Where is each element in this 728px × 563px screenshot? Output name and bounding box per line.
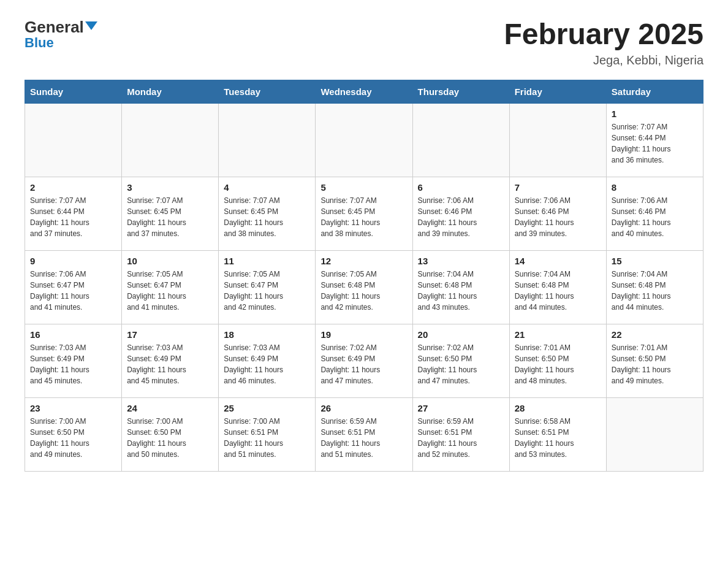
location-subtitle: Jega, Kebbi, Nigeria: [504, 53, 703, 67]
calendar-day-cell: 3Sunrise: 7:07 AMSunset: 6:45 PMDaylight…: [122, 177, 219, 250]
calendar-day-cell: 2Sunrise: 7:07 AMSunset: 6:44 PMDaylight…: [25, 177, 122, 250]
day-number: 20: [418, 329, 504, 340]
day-number: 4: [224, 182, 310, 193]
calendar-day-cell: 24Sunrise: 7:00 AMSunset: 6:50 PMDayligh…: [122, 397, 219, 471]
calendar-day-cell: 25Sunrise: 7:00 AMSunset: 6:51 PMDayligh…: [219, 397, 316, 471]
page-header: General Blue February 2025 Jega, Kebbi, …: [25, 18, 703, 67]
day-info: Sunrise: 7:06 AMSunset: 6:46 PMDaylight:…: [612, 195, 698, 239]
calendar-day-cell: [606, 397, 703, 471]
calendar-day-cell: 6Sunrise: 7:06 AMSunset: 6:46 PMDaylight…: [412, 177, 509, 250]
calendar-week-row: 9Sunrise: 7:06 AMSunset: 6:47 PMDaylight…: [25, 250, 703, 324]
calendar-day-cell: [122, 103, 219, 177]
weekday-header-tuesday: Tuesday: [219, 80, 316, 103]
day-number: 13: [418, 256, 504, 266]
day-number: 22: [612, 329, 698, 340]
day-number: 10: [127, 256, 213, 266]
day-number: 14: [515, 256, 601, 266]
day-info: Sunrise: 7:06 AMSunset: 6:47 PMDaylight:…: [30, 269, 116, 313]
day-info: Sunrise: 7:07 AMSunset: 6:45 PMDaylight:…: [127, 195, 213, 239]
day-info: Sunrise: 7:00 AMSunset: 6:51 PMDaylight:…: [224, 416, 310, 460]
weekday-header-thursday: Thursday: [412, 80, 509, 103]
logo-top: General: [25, 18, 97, 36]
day-info: Sunrise: 7:06 AMSunset: 6:46 PMDaylight:…: [418, 195, 504, 239]
weekday-header-sunday: Sunday: [25, 80, 122, 103]
day-info: Sunrise: 7:04 AMSunset: 6:48 PMDaylight:…: [418, 269, 504, 313]
calendar-day-cell: [509, 103, 606, 177]
day-info: Sunrise: 7:07 AMSunset: 6:45 PMDaylight:…: [224, 195, 310, 239]
calendar-day-cell: 5Sunrise: 7:07 AMSunset: 6:45 PMDaylight…: [316, 177, 412, 250]
weekday-header-saturday: Saturday: [606, 80, 703, 103]
day-number: 7: [515, 182, 601, 193]
day-number: 9: [30, 256, 116, 266]
logo: General Blue: [25, 18, 97, 51]
calendar-day-cell: 11Sunrise: 7:05 AMSunset: 6:47 PMDayligh…: [219, 250, 316, 324]
day-info: Sunrise: 7:05 AMSunset: 6:47 PMDaylight:…: [127, 269, 213, 313]
calendar-day-cell: 14Sunrise: 7:04 AMSunset: 6:48 PMDayligh…: [509, 250, 606, 324]
day-info: Sunrise: 7:03 AMSunset: 6:49 PMDaylight:…: [127, 342, 213, 386]
calendar-day-cell: 20Sunrise: 7:02 AMSunset: 6:50 PMDayligh…: [412, 324, 509, 397]
day-number: 3: [127, 182, 213, 193]
day-number: 24: [127, 403, 213, 413]
calendar-day-cell: 18Sunrise: 7:03 AMSunset: 6:49 PMDayligh…: [219, 324, 316, 397]
day-info: Sunrise: 7:04 AMSunset: 6:48 PMDaylight:…: [515, 269, 601, 313]
day-number: 2: [30, 182, 116, 193]
calendar-day-cell: 10Sunrise: 7:05 AMSunset: 6:47 PMDayligh…: [122, 250, 219, 324]
day-number: 16: [30, 329, 116, 340]
calendar-day-cell: [25, 103, 122, 177]
calendar-day-cell: 26Sunrise: 6:59 AMSunset: 6:51 PMDayligh…: [316, 397, 412, 471]
day-number: 17: [127, 329, 213, 340]
calendar-day-cell: 1Sunrise: 7:07 AMSunset: 6:44 PMDaylight…: [606, 103, 703, 177]
day-info: Sunrise: 7:00 AMSunset: 6:50 PMDaylight:…: [127, 416, 213, 460]
day-number: 25: [224, 403, 310, 413]
day-number: 23: [30, 403, 116, 413]
calendar-day-cell: 8Sunrise: 7:06 AMSunset: 6:46 PMDaylight…: [606, 177, 703, 250]
calendar-week-row: 1Sunrise: 7:07 AMSunset: 6:44 PMDaylight…: [25, 103, 703, 177]
calendar-day-cell: 19Sunrise: 7:02 AMSunset: 6:49 PMDayligh…: [316, 324, 412, 397]
calendar-week-row: 23Sunrise: 7:00 AMSunset: 6:50 PMDayligh…: [25, 397, 703, 471]
calendar-week-row: 16Sunrise: 7:03 AMSunset: 6:49 PMDayligh…: [25, 324, 703, 397]
day-number: 12: [320, 256, 407, 266]
day-number: 1: [612, 109, 698, 119]
day-info: Sunrise: 6:58 AMSunset: 6:51 PMDaylight:…: [515, 416, 601, 460]
calendar-day-cell: 16Sunrise: 7:03 AMSunset: 6:49 PMDayligh…: [25, 324, 122, 397]
day-info: Sunrise: 7:01 AMSunset: 6:50 PMDaylight:…: [612, 342, 698, 386]
calendar-day-cell: 12Sunrise: 7:05 AMSunset: 6:48 PMDayligh…: [316, 250, 412, 324]
calendar-day-cell: 28Sunrise: 6:58 AMSunset: 6:51 PMDayligh…: [509, 397, 606, 471]
calendar-week-row: 2Sunrise: 7:07 AMSunset: 6:44 PMDaylight…: [25, 177, 703, 250]
calendar-day-cell: 21Sunrise: 7:01 AMSunset: 6:50 PMDayligh…: [509, 324, 606, 397]
calendar-day-cell: [219, 103, 316, 177]
day-info: Sunrise: 7:02 AMSunset: 6:50 PMDaylight:…: [418, 342, 504, 386]
calendar-day-cell: 9Sunrise: 7:06 AMSunset: 6:47 PMDaylight…: [25, 250, 122, 324]
weekday-header-wednesday: Wednesday: [316, 80, 412, 103]
day-number: 28: [515, 403, 601, 413]
day-number: 18: [224, 329, 310, 340]
day-number: 6: [418, 182, 504, 193]
calendar-day-cell: [412, 103, 509, 177]
calendar-table: SundayMondayTuesdayWednesdayThursdayFrid…: [25, 80, 703, 472]
calendar-body: 1Sunrise: 7:07 AMSunset: 6:44 PMDaylight…: [25, 103, 703, 471]
day-info: Sunrise: 6:59 AMSunset: 6:51 PMDaylight:…: [418, 416, 504, 460]
calendar-day-cell: 17Sunrise: 7:03 AMSunset: 6:49 PMDayligh…: [122, 324, 219, 397]
day-number: 27: [418, 403, 504, 413]
calendar-day-cell: [316, 103, 412, 177]
day-number: 5: [320, 182, 407, 193]
weekday-header-friday: Friday: [509, 80, 606, 103]
calendar-header: SundayMondayTuesdayWednesdayThursdayFrid…: [25, 80, 703, 103]
logo-bottom: Blue: [25, 35, 54, 51]
day-info: Sunrise: 7:00 AMSunset: 6:50 PMDaylight:…: [30, 416, 116, 460]
day-number: 8: [612, 182, 698, 193]
calendar-day-cell: 4Sunrise: 7:07 AMSunset: 6:45 PMDaylight…: [219, 177, 316, 250]
logo-triangle-icon: [85, 21, 97, 30]
calendar-day-cell: 27Sunrise: 6:59 AMSunset: 6:51 PMDayligh…: [412, 397, 509, 471]
weekday-header-monday: Monday: [122, 80, 219, 103]
calendar-day-cell: 15Sunrise: 7:04 AMSunset: 6:48 PMDayligh…: [606, 250, 703, 324]
title-block: February 2025 Jega, Kebbi, Nigeria: [504, 18, 703, 67]
day-number: 26: [320, 403, 407, 413]
day-info: Sunrise: 7:03 AMSunset: 6:49 PMDaylight:…: [224, 342, 310, 386]
calendar-day-cell: 23Sunrise: 7:00 AMSunset: 6:50 PMDayligh…: [25, 397, 122, 471]
day-info: Sunrise: 7:06 AMSunset: 6:46 PMDaylight:…: [515, 195, 601, 239]
day-info: Sunrise: 6:59 AMSunset: 6:51 PMDaylight:…: [320, 416, 407, 460]
calendar-day-cell: 22Sunrise: 7:01 AMSunset: 6:50 PMDayligh…: [606, 324, 703, 397]
day-info: Sunrise: 7:07 AMSunset: 6:44 PMDaylight:…: [30, 195, 116, 239]
day-info: Sunrise: 7:01 AMSunset: 6:50 PMDaylight:…: [515, 342, 601, 386]
